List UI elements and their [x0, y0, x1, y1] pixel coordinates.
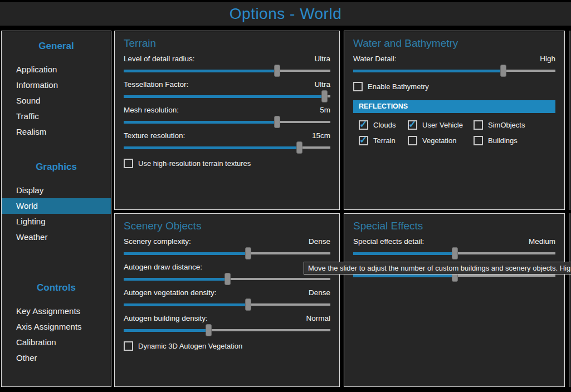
- tooltip: Move the slider to adjust the number of …: [304, 262, 571, 275]
- slider-value: 5m: [320, 106, 330, 114]
- checkbox-user-vehicle[interactable]: ✓ User Vehicle: [408, 120, 474, 130]
- slider-label: Water Detail:: [353, 55, 397, 63]
- slider-fill: [353, 252, 455, 255]
- slider-fill: [124, 329, 208, 332]
- sidebar-item-axis-assignments[interactable]: Axis Assignments: [2, 319, 111, 335]
- reflections-grid: ✓ Clouds ✓ User Vehicle SimObjects ✓ Ter…: [359, 120, 555, 145]
- sidebar-header-controls: Controls: [2, 280, 111, 296]
- checkbox-buildings[interactable]: Buildings: [474, 136, 555, 145]
- slider-row-special-effects-detail: Special effects detail: Medium: [353, 236, 555, 260]
- slider-value: Dense: [309, 288, 330, 297]
- sidebar: GeneralApplicationInformationSoundTraffi…: [1, 31, 111, 387]
- cutoff-panel-edge: [569, 31, 571, 210]
- checkbox-label: Clouds: [373, 121, 396, 129]
- checkbox-simobjects[interactable]: SimObjects: [474, 120, 555, 130]
- sidebar-item-world[interactable]: World: [2, 198, 111, 214]
- slider[interactable]: [124, 64, 330, 77]
- slider-fill: [124, 252, 248, 255]
- checkbox-box[interactable]: [124, 159, 133, 168]
- sidebar-item-weather[interactable]: Weather: [2, 229, 111, 245]
- checkbox-box[interactable]: [124, 341, 133, 351]
- sidebar-section-controls: ControlsKey AssignmentsAxis AssignmentsC…: [2, 280, 111, 366]
- sidebar-item-realism[interactable]: Realism: [2, 124, 111, 140]
- sidebar-section-general: GeneralApplicationInformationSoundTraffi…: [2, 38, 111, 140]
- slider-value: Ultra: [314, 80, 330, 89]
- checkbox-enable-bathymetry[interactable]: Enable Bathymetry: [353, 82, 555, 91]
- checkbox-label: Use high-resolution terrain textures: [138, 159, 251, 168]
- slider-label: Mesh resolution:: [124, 106, 179, 114]
- slider-row-autogen-building-density: Autogen building density: Normal: [124, 312, 330, 337]
- slider-row-level-of-detail-radius: Level of detail radius: Ultra: [124, 53, 330, 77]
- check-icon: ✓: [359, 119, 367, 130]
- slider-label: Tessellation Factor:: [124, 80, 188, 89]
- slider-thumb[interactable]: [206, 324, 212, 336]
- page-title: Options - World: [230, 5, 342, 23]
- slider[interactable]: [124, 141, 330, 154]
- sidebar-item-application[interactable]: Application: [2, 62, 111, 77]
- slider-fill: [124, 146, 299, 149]
- slider-thumb[interactable]: [274, 65, 280, 77]
- slider-thumb[interactable]: [245, 298, 251, 311]
- checkbox-box[interactable]: ✓: [359, 120, 368, 130]
- sidebar-item-other[interactable]: Other: [2, 350, 111, 366]
- slider-value: High: [540, 55, 555, 63]
- slider-thumb[interactable]: [500, 65, 506, 77]
- slider-label: Level of detail radius:: [124, 55, 195, 63]
- slider-thumb[interactable]: [225, 273, 231, 285]
- slider-fill: [353, 70, 503, 72]
- sidebar-item-key-assignments[interactable]: Key Assignments: [2, 303, 111, 319]
- slider-row-autogen-vegetation-density: Autogen vegetation density: Dense: [124, 287, 330, 311]
- slider-thumb[interactable]: [296, 141, 302, 154]
- checkbox-label: Terrain: [373, 136, 396, 145]
- sidebar-item-sound[interactable]: Sound: [2, 93, 111, 109]
- checkbox-terrain[interactable]: ✓ Terrain: [359, 136, 408, 145]
- check-icon: ✓: [408, 119, 416, 130]
- slider[interactable]: [124, 90, 330, 103]
- slider-label: Autogen draw distance:: [124, 263, 202, 271]
- slider[interactable]: [124, 115, 330, 129]
- panel-scenery: Scenery Objects Scenery complexity: Dens…: [114, 213, 340, 387]
- slider-fill: [124, 95, 324, 98]
- checkbox-dynamic-3d-autogen-vegetation[interactable]: Dynamic 3D Autogen Vegetation: [124, 341, 330, 351]
- checkbox-box[interactable]: [474, 136, 483, 145]
- slider[interactable]: [353, 64, 555, 77]
- checkbox-clouds[interactable]: ✓ Clouds: [359, 120, 408, 130]
- checkbox-use-high-resolution-terrain-textures[interactable]: Use high-resolution terrain textures: [124, 159, 330, 168]
- checkbox-box[interactable]: ✓: [359, 136, 368, 145]
- slider-value: Ultra: [314, 55, 330, 63]
- checkbox-box[interactable]: [474, 120, 483, 130]
- slider-fill: [124, 70, 277, 72]
- panel-title: Special Effects: [353, 219, 555, 232]
- slider[interactable]: [124, 298, 330, 311]
- checkbox-label: Buildings: [488, 136, 518, 145]
- panel-terrain: Terrain Level of detail radius: Ultra Te…: [114, 31, 340, 210]
- sidebar-header-graphics: Graphics: [2, 159, 111, 175]
- slider-row-mesh-resolution: Mesh resolution: 5m: [124, 104, 330, 129]
- sidebar-item-information[interactable]: Information: [2, 77, 111, 93]
- slider-thumb[interactable]: [274, 116, 280, 128]
- slider-row-scenery-complexity: Scenery complexity: Dense: [124, 236, 330, 260]
- slider-fill: [124, 303, 248, 306]
- slider-thumb[interactable]: [245, 247, 251, 259]
- panel-water: Water and Bathymetry Water Detail: High …: [344, 31, 565, 210]
- checkbox-box[interactable]: [353, 82, 363, 91]
- checkbox-vegetation[interactable]: Vegetation: [408, 136, 474, 145]
- sidebar-section-graphics: GraphicsDisplayWorldLightingWeather: [2, 159, 111, 245]
- checkbox-box[interactable]: ✓: [408, 120, 417, 130]
- slider-fill: [124, 121, 277, 124]
- checkbox-label: SimObjects: [488, 121, 525, 129]
- slider[interactable]: [124, 272, 330, 286]
- checkbox-box[interactable]: [408, 136, 417, 145]
- slider-thumb[interactable]: [321, 90, 328, 102]
- slider[interactable]: [124, 324, 330, 337]
- slider[interactable]: [124, 247, 330, 260]
- sidebar-header-general: General: [2, 38, 111, 55]
- slider-fill: [124, 278, 227, 281]
- sidebar-item-lighting[interactable]: Lighting: [2, 214, 111, 229]
- sidebar-item-display[interactable]: Display: [2, 183, 111, 198]
- slider[interactable]: [353, 247, 555, 260]
- slider-thumb[interactable]: [452, 247, 458, 259]
- sidebar-item-traffic[interactable]: Traffic: [2, 109, 111, 124]
- sidebar-item-calibration[interactable]: Calibration: [2, 335, 111, 350]
- panel-title: Water and Bathymetry: [353, 37, 555, 50]
